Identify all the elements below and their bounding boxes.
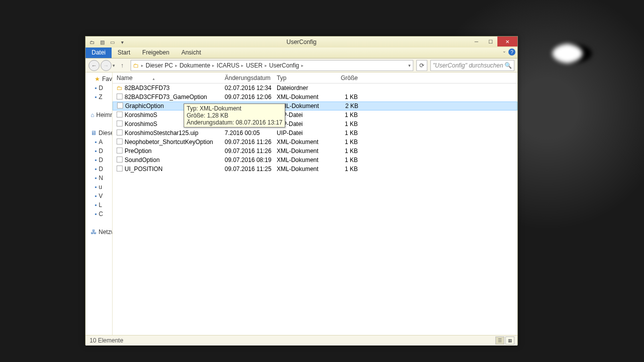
sidebar-item-label[interactable]: V [99, 192, 103, 200]
tooltip-size: Größe: 1,28 KB [187, 112, 282, 119]
sidebar-item-label[interactable]: Favoriten [102, 76, 113, 82]
folder-icon: ▪ [95, 84, 97, 92]
file-row[interactable]: SoundOption09.07.2016 08:19XML-Dokument1… [113, 156, 517, 164]
window-title: UserConfig [286, 38, 316, 46]
sidebar-item-label[interactable]: Heimnetz [96, 112, 113, 118]
sidebar-item-label[interactable]: L [99, 202, 102, 208]
folder-icon: ▪ [95, 138, 97, 146]
column-type[interactable]: Typ [277, 74, 328, 82]
folder-icon: ▪ [95, 148, 97, 154]
folder-icon: ▪ [95, 192, 97, 200]
pc-icon: 🖥 [91, 130, 97, 136]
folder-icon: 🗀 [117, 84, 123, 92]
tab-view[interactable]: Ansicht [175, 48, 207, 58]
address-dropdown-icon[interactable]: ▾ [408, 63, 411, 68]
sidebar-item-label[interactable]: D [99, 84, 103, 92]
folder-icon: 🗀 [133, 62, 139, 69]
file-row[interactable]: Neophobetor_ShortcutKeyOption09.07.2016 … [113, 138, 517, 146]
sidebar-item-label[interactable]: D [99, 156, 103, 164]
sidebar-item-label[interactable]: N [99, 174, 103, 182]
up-button[interactable]: ↑ [121, 62, 128, 69]
tab-start[interactable]: Start [112, 48, 136, 58]
file-icon [117, 102, 123, 108]
file-icon [117, 94, 123, 100]
file-row[interactable]: 🗀82BAD3CFFD7302.07.2016 12:34Dateiordner [113, 84, 517, 92]
sidebar-item-label[interactable]: A [99, 138, 103, 146]
details-view-button[interactable]: ☰ [495, 336, 504, 344]
file-size: 1 KB [328, 112, 358, 118]
file-icon [117, 166, 123, 172]
recent-locations-icon[interactable]: ▾ [113, 63, 120, 68]
search-icon[interactable]: 🔍 [504, 62, 512, 69]
file-size: 1 KB [328, 130, 358, 136]
file-icon [117, 156, 123, 162]
navigation-pane[interactable]: ★Favoriten ▪D ▪Z ⌂Heimnetz 🖥Dieser PC ▪A… [86, 72, 113, 335]
sidebar-item-label[interactable]: C [99, 210, 103, 218]
file-name: 82BAD3CFFD73 [125, 84, 225, 92]
help-icon[interactable]: ? [508, 48, 515, 56]
folder-icon: ▪ [95, 156, 97, 164]
back-button[interactable]: ← [89, 60, 100, 71]
icons-view-button[interactable]: ▦ [505, 336, 514, 344]
sidebar-item-label[interactable]: Netzwerk [99, 228, 113, 236]
file-icon [117, 112, 123, 118]
properties-icon[interactable]: ▧ [98, 38, 107, 46]
column-headers[interactable]: Name▴ Änderungsdatum Typ Größe [113, 72, 517, 84]
column-name[interactable]: Name [117, 74, 133, 82]
forward-button[interactable]: → [101, 60, 112, 71]
tooltip-type: Typ: XML-Dokument [187, 105, 282, 112]
folder-icon: 🗀 [88, 38, 97, 46]
sidebar-item-label[interactable]: D [99, 166, 103, 172]
file-row[interactable]: KoroshimoS7.2016 00:30UIP-Datei1 KB [113, 110, 517, 120]
file-date: 09.07.2016 08:19 [225, 156, 277, 164]
breadcrumb-item[interactable]: Dokumente [180, 62, 210, 69]
tab-share[interactable]: Freigeben [136, 48, 175, 58]
breadcrumb-item[interactable]: UserConfig [269, 62, 299, 69]
file-name: Neophobetor_ShortcutKeyOption [125, 138, 225, 146]
maximize-button[interactable]: ☐ [483, 36, 497, 46]
breadcrumb-item[interactable]: Dieser PC [146, 62, 173, 69]
sidebar-item-label[interactable]: u [99, 184, 102, 190]
titlebar[interactable]: 🗀 ▧ ▭ ▾ UserConfig ─ ☐ ✕ [86, 36, 517, 48]
status-bar: 10 Elemente ☰ ▦ [86, 335, 517, 346]
file-name: 82BAD3CFFD73_GameOption [125, 94, 225, 100]
qat-dropdown-icon[interactable]: ▾ [118, 38, 127, 46]
status-text: 10 Elemente [90, 337, 123, 344]
file-type: XML-Dokument [277, 166, 328, 172]
file-date: 09.07.2016 12:06 [225, 94, 277, 100]
drive-icon: ▪ [95, 202, 97, 208]
navigation-bar: ← → ▾ ↑ 🗀 ▸ Dieser PC ▸ Dokumente ▸ ICAR… [86, 58, 517, 72]
column-size[interactable]: Größe [328, 74, 358, 82]
sidebar-item-label[interactable]: Z [99, 94, 102, 100]
file-row[interactable]: KoroshimoS7.2016 22:36UIP-Datei1 KB [113, 120, 517, 128]
sort-ascending-icon: ▴ [153, 76, 155, 81]
search-placeholder: "UserConfig" durchsuchen [433, 62, 503, 69]
file-name: KoroshimoStestchar125.uip [125, 130, 225, 136]
refresh-button[interactable]: ⟳ [416, 60, 427, 71]
file-size: 1 KB [328, 166, 358, 172]
file-row[interactable]: UI_POSITION09.07.2016 11:25XML-Dokument1… [113, 164, 517, 174]
search-input[interactable]: "UserConfig" durchsuchen 🔍 [430, 60, 514, 71]
new-folder-icon[interactable]: ▭ [108, 38, 117, 46]
sidebar-item-label[interactable]: D [99, 148, 103, 154]
file-row[interactable]: GraphicOption08.07.2016 13:17XML-Dokumen… [113, 102, 517, 110]
breadcrumb-item[interactable]: ICARUS [217, 62, 239, 69]
breadcrumb-item[interactable]: USER [246, 62, 262, 69]
column-date[interactable]: Änderungsdatum [225, 74, 277, 82]
tab-file[interactable]: Datei [86, 48, 112, 58]
minimize-button[interactable]: ─ [469, 36, 483, 46]
file-row[interactable]: KoroshimoStestchar125.uip7.2016 00:05UIP… [113, 128, 517, 138]
expand-ribbon-icon[interactable]: ⌄ [502, 48, 506, 56]
file-row[interactable]: 82BAD3CFFD73_GameOption09.07.2016 12:06X… [113, 92, 517, 102]
address-bar[interactable]: 🗀 ▸ Dieser PC ▸ Dokumente ▸ ICARUS ▸ USE… [131, 60, 413, 71]
window-controls: ─ ☐ ✕ [469, 36, 517, 46]
file-date: 02.07.2016 12:34 [225, 84, 277, 92]
file-date: 09.07.2016 11:26 [225, 148, 277, 154]
file-icon [117, 120, 123, 126]
sidebar-item-label[interactable]: Dieser PC [99, 130, 113, 136]
file-type: UIP-Datei [277, 130, 328, 136]
file-size: 1 KB [328, 148, 358, 154]
file-row[interactable]: PreOption09.07.2016 11:26XML-Dokument1 K… [113, 146, 517, 156]
close-button[interactable]: ✕ [497, 36, 517, 46]
file-date: 7.2016 00:05 [225, 130, 277, 136]
